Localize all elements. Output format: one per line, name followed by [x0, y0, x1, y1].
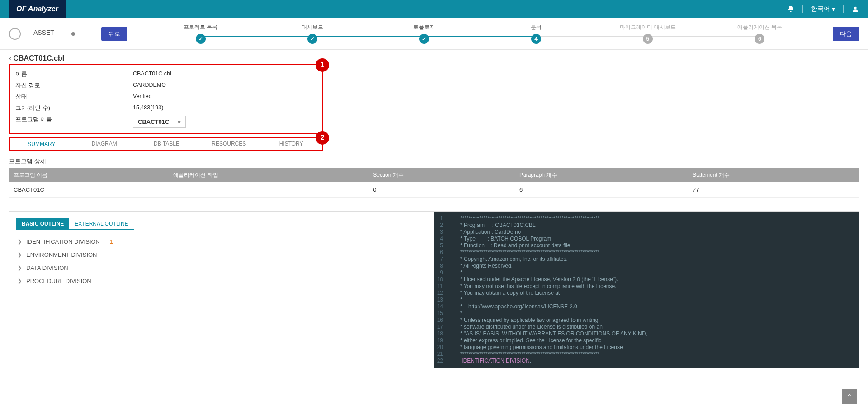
step-1[interactable]: 대시보드✓ — [256, 24, 368, 44]
code-text: * either express or implied. See the Lic… — [451, 337, 601, 344]
line-number: 4 — [434, 236, 451, 242]
code-text: * software distributed under the License… — [451, 324, 603, 330]
step-label: 애플리케이션 목록 — [737, 24, 782, 31]
tab-basic-outline[interactable]: BASIC OUTLINE — [16, 218, 69, 229]
step-label: 토폴로지 — [413, 24, 435, 31]
code-text: IDENTIFICATION DIVISION. — [451, 358, 531, 364]
language-selector[interactable]: 한국어 ▾ — [811, 5, 835, 13]
code-text: * Function : Read and print account data… — [451, 242, 572, 249]
outline-item[interactable]: ❯IDENTIFICATION DIVISION1 — [16, 235, 428, 248]
code-line: 16 * Unless required by applicable law o… — [434, 317, 859, 324]
line-number: 10 — [434, 276, 451, 283]
table-header: 애플리케이션 타입 — [169, 168, 368, 182]
code-line: 18 * "AS IS" BASIS, WITHOUT WARRANTIES O… — [434, 330, 859, 337]
back-button[interactable]: 뒤로 — [101, 27, 127, 41]
outline-panel: BASIC OUTLINE EXTERNAL OUTLINE ❯IDENTIFI… — [9, 212, 434, 368]
code-text: * language governing permissions and lim… — [451, 344, 623, 351]
step-number-icon: 6 — [755, 34, 764, 44]
code-text: ****************************************… — [451, 249, 599, 256]
code-line: 22 IDENTIFICATION DIVISION. — [434, 358, 859, 364]
code-text: * You may not use this file except in co… — [451, 283, 617, 290]
outline-item-label: DATA DIVISION — [26, 264, 68, 271]
info-value: CBACT01C.cbl — [133, 71, 171, 78]
code-text: * You may obtain a copy of the License a… — [451, 290, 560, 297]
step-5[interactable]: 애플리케이션 목록6 — [704, 24, 816, 44]
step-4[interactable]: 마이그레이터 대시보드5 — [592, 24, 703, 44]
tab-external-outline[interactable]: EXTERNAL OUTLINE — [69, 218, 133, 229]
user-icon[interactable] — [852, 5, 859, 13]
info-label: 이름 — [15, 71, 133, 78]
info-label: 자산 경로 — [15, 82, 133, 90]
breadcrumb-title: CBACT01C.cbl — [13, 54, 64, 62]
line-number: 17 — [434, 324, 451, 330]
steps-container: 프로젝트 목록✓대시보드✓토폴로지✓분석4마이그레이터 대시보드5애플리케이션 … — [131, 24, 829, 44]
info-value: Verified — [133, 93, 152, 101]
step-3[interactable]: 분석4 — [480, 24, 592, 44]
line-number: 21 — [434, 351, 451, 358]
code-line: 20 * language governing permissions and … — [434, 344, 859, 351]
outline-item-label: PROCEDURE DIVISION — [26, 278, 91, 284]
annotation-marker-2: 2 — [316, 131, 329, 145]
outline-item[interactable]: ❯ENVIRONMENT DIVISION — [16, 248, 428, 261]
outline-item-label: IDENTIFICATION DIVISION — [26, 238, 100, 245]
line-number: 5 — [434, 242, 451, 249]
program-detail-title: 프로그램 상세 — [9, 157, 859, 165]
tab-db-table[interactable]: DB TABLE — [136, 138, 198, 150]
info-label: 크기(라인 수) — [15, 104, 133, 112]
table-header: Statement 개수 — [688, 168, 859, 182]
breadcrumb[interactable]: ‹ CBACT01C.cbl — [9, 54, 859, 62]
topbar: OF Analyzer 한국어 ▾ — [0, 0, 868, 18]
code-text: * Copyright Amazon.com, Inc. or its affi… — [451, 256, 568, 263]
line-number: 9 — [434, 269, 451, 276]
code-text: * "AS IS" BASIS, WITHOUT WARRANTIES OR C… — [451, 330, 647, 337]
code-viewer[interactable]: 1 **************************************… — [434, 212, 859, 368]
check-icon: ✓ — [307, 34, 317, 44]
tab-resources[interactable]: RESOURCES — [198, 138, 260, 150]
code-line: 12 * You may obtain a copy of the Licens… — [434, 290, 859, 297]
code-text: * — [451, 310, 462, 317]
step-number-icon: 4 — [531, 34, 541, 44]
code-line: 9 * — [434, 269, 859, 276]
code-text: * http://www.apache.org/licenses/LICENSE… — [451, 303, 577, 310]
outline-item[interactable]: ❯DATA DIVISION — [16, 261, 428, 274]
tab-diagram[interactable]: DIAGRAM — [73, 138, 136, 150]
code-line: 15 * — [434, 310, 859, 317]
chevron-left-icon: ‹ — [9, 54, 11, 62]
divider — [802, 5, 803, 13]
code-line: 1 **************************************… — [434, 215, 859, 222]
info-box: 1 이름CBACT01C.cbl자산 경로CARDDEMO상태Verified크… — [9, 64, 323, 134]
tab-history[interactable]: HISTORY — [260, 138, 322, 150]
step-label: 대시보드 — [302, 24, 323, 31]
code-text: ****************************************… — [451, 351, 599, 358]
step-2[interactable]: 토폴로지✓ — [368, 24, 480, 44]
program-name-select[interactable]: CBACT01C — [133, 116, 186, 128]
line-number: 16 — [434, 317, 451, 324]
outline-item[interactable]: ❯PROCEDURE DIVISION — [16, 274, 428, 288]
bell-icon[interactable] — [787, 5, 794, 13]
info-row: 크기(라인 수)15,483(193) — [15, 103, 317, 114]
chevron-right-icon: ❯ — [18, 278, 22, 284]
next-button[interactable]: 다음 — [833, 27, 859, 41]
asset-dot-icon — [71, 32, 75, 36]
step-label: 프로젝트 목록 — [184, 24, 217, 31]
outline-item-count: 1 — [110, 238, 113, 245]
table-cell: 0 — [368, 182, 515, 198]
code-text: * Unless required by applicable law or a… — [451, 317, 600, 324]
line-number: 19 — [434, 337, 451, 344]
outline-tabs: BASIC OUTLINE EXTERNAL OUTLINE — [16, 218, 134, 230]
check-icon: ✓ — [196, 34, 206, 44]
line-number: 12 — [434, 290, 451, 297]
code-text: * All Rights Reserved. — [451, 263, 513, 269]
tabs-box: 2 SUMMARYDIAGRAMDB TABLERESOURCESHISTORY — [9, 137, 323, 151]
line-number: 18 — [434, 330, 451, 337]
info-row: 상태Verified — [15, 91, 317, 103]
step-0[interactable]: 프로젝트 목록✓ — [145, 24, 256, 44]
tabs: SUMMARYDIAGRAMDB TABLERESOURCESHISTORY — [10, 138, 322, 150]
caret-down-icon: ▾ — [832, 5, 835, 13]
code-line: 14 * http://www.apache.org/licenses/LICE… — [434, 303, 859, 310]
info-label: 상태 — [15, 93, 133, 101]
bottom-panels: BASIC OUTLINE EXTERNAL OUTLINE ❯IDENTIFI… — [9, 211, 859, 368]
step-label: 분석 — [531, 24, 542, 31]
tab-summary[interactable]: SUMMARY — [10, 138, 73, 150]
code-text: * Application : CardDemo — [451, 229, 521, 236]
